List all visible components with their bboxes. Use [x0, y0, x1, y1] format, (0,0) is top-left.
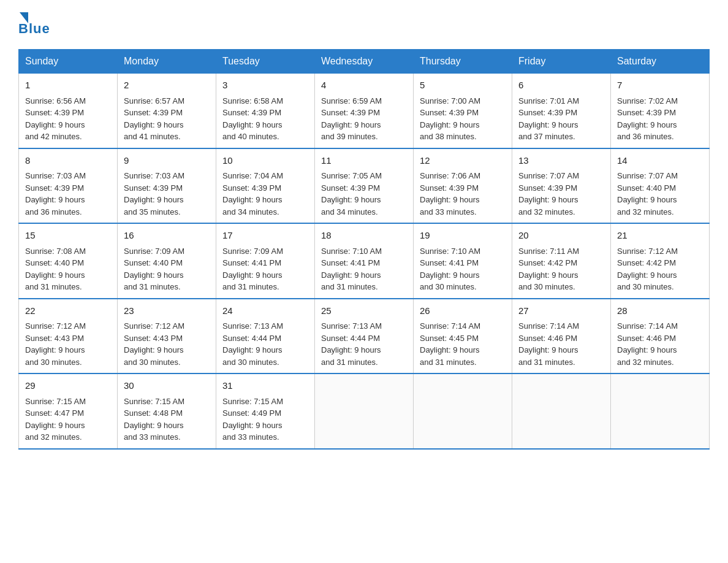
- cell-info: Daylight: 9 hours: [124, 270, 184, 280]
- cell-info: Sunrise: 7:12 AM: [617, 247, 678, 256]
- cell-info: Sunset: 4:39 PM: [321, 183, 380, 193]
- cell-info: Sunset: 4:40 PM: [124, 258, 183, 267]
- day-number: 14: [617, 154, 703, 168]
- cell-info: and 34 minutes.: [321, 207, 378, 216]
- day-number: 10: [222, 154, 308, 168]
- day-number: 18: [321, 229, 407, 243]
- calendar-cell: 30Sunrise: 7:15 AMSunset: 4:48 PMDayligh…: [118, 373, 216, 449]
- calendar-cell: 15Sunrise: 7:08 AMSunset: 4:40 PMDayligh…: [19, 223, 118, 299]
- cell-info: and 32 minutes.: [518, 207, 575, 216]
- logo-underline-text: Blue: [18, 21, 50, 37]
- day-number: 1: [25, 79, 111, 93]
- calendar-cell: 7Sunrise: 7:02 AMSunset: 4:39 PMDaylight…: [611, 74, 710, 148]
- page-header: Blue: [18, 12, 710, 37]
- calendar-cell: 21Sunrise: 7:12 AMSunset: 4:42 PMDayligh…: [611, 223, 710, 299]
- cell-info: and 30 minutes.: [420, 282, 477, 291]
- day-number: 11: [321, 154, 407, 168]
- cell-info: Sunset: 4:44 PM: [222, 334, 281, 343]
- cell-info: and 38 minutes.: [420, 132, 477, 141]
- cell-info: and 30 minutes.: [222, 358, 279, 367]
- cell-info: and 40 minutes.: [222, 132, 279, 141]
- calendar-header-row: SundayMondayTuesdayWednesdayThursdayFrid…: [19, 50, 710, 74]
- cell-info: and 42 minutes.: [25, 132, 82, 141]
- cell-info: and 34 minutes.: [222, 207, 279, 216]
- cell-info: and 33 minutes.: [420, 207, 477, 216]
- day-number: 26: [420, 304, 506, 318]
- cell-info: Sunrise: 7:13 AM: [321, 321, 382, 331]
- cell-info: Daylight: 9 hours: [518, 270, 578, 280]
- cell-info: Sunset: 4:46 PM: [518, 334, 577, 343]
- cell-info: Sunrise: 7:01 AM: [518, 96, 579, 105]
- cell-info: Sunrise: 7:00 AM: [420, 96, 480, 105]
- calendar-cell: 18Sunrise: 7:10 AMSunset: 4:41 PMDayligh…: [315, 223, 414, 299]
- calendar-cell: 12Sunrise: 7:06 AMSunset: 4:39 PMDayligh…: [414, 148, 512, 224]
- cell-info: Daylight: 9 hours: [124, 120, 184, 129]
- day-header-wednesday: Wednesday: [315, 50, 414, 74]
- cell-info: Sunrise: 7:12 AM: [25, 321, 86, 331]
- day-number: 17: [222, 229, 308, 243]
- cell-info: Sunrise: 7:07 AM: [617, 171, 678, 180]
- cell-info: Daylight: 9 hours: [420, 195, 480, 204]
- cell-info: and 39 minutes.: [321, 132, 378, 141]
- cell-info: and 31 minutes.: [222, 282, 279, 291]
- cell-info: and 31 minutes.: [124, 282, 181, 291]
- cell-info: Sunrise: 7:11 AM: [518, 247, 579, 256]
- day-number: 25: [321, 304, 407, 318]
- cell-info: Sunrise: 7:14 AM: [518, 321, 579, 331]
- cell-info: Daylight: 9 hours: [420, 345, 480, 354]
- cell-info: Daylight: 9 hours: [518, 345, 578, 354]
- day-number: 8: [25, 154, 111, 168]
- cell-info: Daylight: 9 hours: [321, 270, 381, 280]
- cell-info: Sunset: 4:45 PM: [420, 334, 479, 343]
- cell-info: Sunrise: 7:09 AM: [124, 247, 184, 256]
- calendar-cell: 10Sunrise: 7:04 AMSunset: 4:39 PMDayligh…: [216, 148, 315, 224]
- day-number: 27: [518, 304, 604, 318]
- cell-info: Daylight: 9 hours: [222, 421, 282, 430]
- cell-info: Sunset: 4:49 PM: [222, 408, 281, 418]
- cell-info: and 33 minutes.: [124, 432, 181, 442]
- cell-info: Sunset: 4:43 PM: [25, 334, 84, 343]
- day-number: 7: [617, 79, 703, 93]
- cell-info: and 33 minutes.: [222, 432, 279, 442]
- cell-info: and 30 minutes.: [617, 282, 674, 291]
- calendar-cell: 9Sunrise: 7:03 AMSunset: 4:39 PMDaylight…: [118, 148, 216, 224]
- cell-info: Sunset: 4:44 PM: [321, 334, 380, 343]
- cell-info: Daylight: 9 hours: [222, 345, 282, 354]
- day-number: 13: [518, 154, 604, 168]
- cell-info: and 30 minutes.: [25, 358, 82, 367]
- day-header-tuesday: Tuesday: [216, 50, 315, 74]
- cell-info: Sunset: 4:39 PM: [518, 183, 577, 193]
- cell-info: Sunset: 4:39 PM: [420, 108, 479, 117]
- cell-info: Sunrise: 7:03 AM: [124, 171, 184, 180]
- cell-info: Daylight: 9 hours: [617, 345, 677, 354]
- cell-info: Sunset: 4:39 PM: [420, 183, 479, 193]
- day-number: 28: [617, 304, 703, 318]
- day-number: 30: [124, 379, 210, 393]
- cell-info: and 35 minutes.: [124, 207, 181, 216]
- cell-info: Sunset: 4:40 PM: [25, 258, 84, 267]
- cell-info: and 32 minutes.: [25, 432, 82, 442]
- cell-info: Sunset: 4:41 PM: [222, 258, 281, 267]
- cell-info: and 41 minutes.: [124, 132, 181, 141]
- cell-info: Sunset: 4:43 PM: [124, 334, 183, 343]
- day-header-thursday: Thursday: [414, 50, 512, 74]
- cell-info: and 31 minutes.: [321, 358, 378, 367]
- calendar-cell: 29Sunrise: 7:15 AMSunset: 4:47 PMDayligh…: [19, 373, 118, 449]
- calendar-cell: 17Sunrise: 7:09 AMSunset: 4:41 PMDayligh…: [216, 223, 315, 299]
- cell-info: Sunset: 4:39 PM: [222, 108, 281, 117]
- calendar-cell: 5Sunrise: 7:00 AMSunset: 4:39 PMDaylight…: [414, 74, 512, 148]
- cell-info: Daylight: 9 hours: [617, 195, 677, 204]
- calendar-cell: 13Sunrise: 7:07 AMSunset: 4:39 PMDayligh…: [512, 148, 611, 224]
- cell-info: Sunrise: 7:03 AM: [25, 171, 86, 180]
- day-number: 22: [25, 304, 111, 318]
- cell-info: Sunset: 4:39 PM: [25, 183, 84, 193]
- cell-info: Daylight: 9 hours: [222, 120, 282, 129]
- cell-info: and 36 minutes.: [25, 207, 82, 216]
- cell-info: Daylight: 9 hours: [321, 120, 381, 129]
- day-number: 23: [124, 304, 210, 318]
- day-number: 21: [617, 229, 703, 243]
- cell-info: Sunset: 4:47 PM: [25, 408, 84, 418]
- day-header-friday: Friday: [512, 50, 611, 74]
- cell-info: and 31 minutes.: [321, 282, 378, 291]
- cell-info: Sunset: 4:41 PM: [420, 258, 479, 267]
